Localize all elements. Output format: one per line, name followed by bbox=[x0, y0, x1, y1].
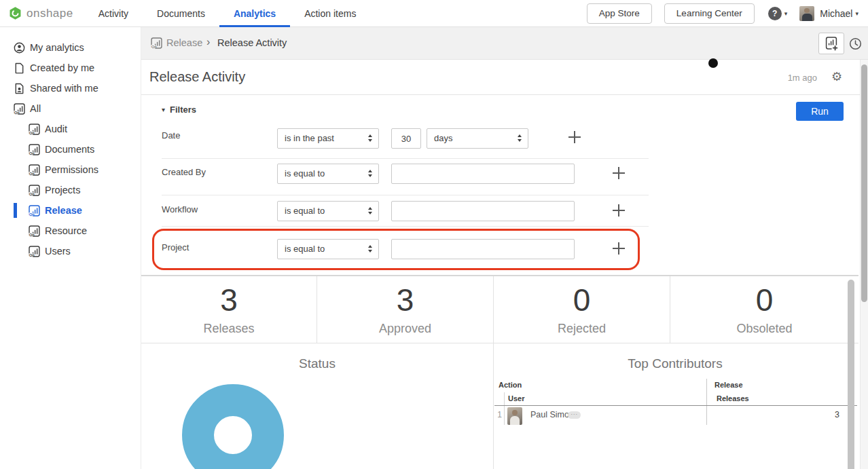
topbar-right-group: App Store Learning Center ? ▾ Michael ▾ bbox=[575, 3, 858, 24]
column-header-releases[interactable]: Releases bbox=[717, 394, 749, 402]
history-clock-icon[interactable] bbox=[849, 37, 862, 50]
chart-plus-icon bbox=[825, 37, 839, 51]
sidebar-item-resource[interactable]: Resource bbox=[0, 221, 141, 241]
column-group-action: Action bbox=[499, 381, 522, 389]
analytics-sidebar: My analytics Created by me Shared with m… bbox=[0, 27, 141, 469]
analytics-chart-icon bbox=[29, 124, 40, 135]
chevron-right-icon: › bbox=[206, 36, 210, 48]
divider bbox=[162, 158, 649, 159]
sidebar-item-documents[interactable]: Documents bbox=[0, 139, 141, 160]
nav-action-items[interactable]: Action items bbox=[290, 0, 370, 27]
contributors-panel-title: Top Contributors bbox=[493, 356, 857, 371]
person-circle-icon bbox=[14, 42, 25, 54]
summary-stats-row: 3 Releases 3 Approved 0 Rejected 0 Obsol… bbox=[141, 276, 858, 343]
onshape-analytics-app: onshape Activity Documents Analytics Act… bbox=[0, 0, 868, 469]
divider bbox=[494, 405, 857, 406]
learning-center-button[interactable]: Learning Center bbox=[664, 3, 755, 24]
sidebar-item-shared-with-me[interactable]: Shared with me bbox=[0, 78, 141, 98]
nav-documents[interactable]: Documents bbox=[143, 0, 219, 27]
add-created-by-filter-button[interactable] bbox=[612, 166, 626, 180]
new-report-button[interactable] bbox=[818, 33, 844, 54]
divider bbox=[162, 195, 649, 195]
divider bbox=[162, 226, 649, 227]
outer-scrollbar-thumb[interactable] bbox=[861, 64, 867, 302]
nav-analytics[interactable]: Analytics bbox=[219, 0, 290, 27]
project-operator-select[interactable]: is equal to bbox=[277, 239, 379, 259]
onshape-logo-icon bbox=[8, 6, 22, 20]
caret-down-icon: ▾ bbox=[162, 106, 165, 113]
filters-collapse-header[interactable]: ▾ Filters bbox=[162, 105, 196, 115]
analytics-chart-icon bbox=[29, 246, 40, 257]
chevron-down-icon: ▾ bbox=[784, 10, 788, 17]
divider bbox=[504, 392, 505, 425]
more-icon[interactable]: ··· bbox=[568, 411, 581, 419]
stat-rejected: 0 Rejected bbox=[493, 276, 670, 343]
select-arrows-icon bbox=[368, 245, 372, 252]
main-content: Release › Release Activity Release Activ… bbox=[141, 27, 868, 469]
shared-document-icon bbox=[14, 83, 25, 94]
add-workflow-filter-button[interactable] bbox=[612, 204, 626, 217]
filter-label-created-by: Created By bbox=[162, 167, 206, 177]
project-value-input[interactable] bbox=[391, 239, 575, 259]
stat-obsoleted: 0 Obsoleted bbox=[670, 276, 858, 343]
divider bbox=[141, 343, 858, 343]
top-navigation-bar: onshape Activity Documents Analytics Act… bbox=[0, 0, 868, 27]
onshape-logo[interactable]: onshape bbox=[8, 6, 73, 20]
column-group-release: Release bbox=[715, 381, 743, 389]
sidebar-item-release[interactable]: Release bbox=[0, 200, 141, 221]
gear-icon[interactable]: ⚙ bbox=[831, 69, 842, 84]
sidebar-item-projects[interactable]: Projects bbox=[0, 180, 141, 200]
row-index: 1 bbox=[494, 410, 502, 419]
user-name: Michael bbox=[820, 8, 852, 19]
created-by-operator-select[interactable]: is equal to bbox=[277, 164, 379, 184]
divider bbox=[706, 379, 707, 425]
column-header-user[interactable]: User bbox=[508, 394, 524, 402]
cursor-dot bbox=[708, 58, 718, 68]
nav-activity[interactable]: Activity bbox=[84, 0, 143, 27]
last-run-timestamp: 1m ago bbox=[782, 73, 817, 83]
user-menu[interactable]: Michael ▾ bbox=[799, 6, 858, 21]
analytics-chart-icon bbox=[151, 37, 162, 49]
select-arrows-icon bbox=[368, 134, 372, 142]
contributor-releases-count: 3 bbox=[780, 410, 839, 419]
select-arrows-icon bbox=[368, 207, 372, 214]
sidebar-item-my-analytics[interactable]: My analytics bbox=[0, 37, 141, 58]
add-date-filter-button[interactable] bbox=[568, 130, 581, 144]
stat-approved: 3 Approved bbox=[317, 276, 493, 343]
document-icon bbox=[14, 62, 25, 74]
analytics-chart-icon bbox=[29, 185, 40, 196]
analytics-chart-icon bbox=[29, 225, 40, 237]
primary-nav: Activity Documents Analytics Action item… bbox=[84, 0, 371, 27]
created-by-value-input[interactable] bbox=[391, 164, 575, 184]
date-operator-select[interactable]: is in the past bbox=[277, 128, 379, 149]
date-unit-select[interactable]: days bbox=[427, 128, 528, 149]
breadcrumb-release[interactable]: Release bbox=[166, 37, 202, 48]
sidebar-item-audit[interactable]: Audit bbox=[0, 119, 141, 139]
workflow-value-input[interactable] bbox=[391, 201, 575, 221]
inner-scrollbar-thumb[interactable] bbox=[848, 280, 854, 469]
filter-label-workflow: Workflow bbox=[162, 204, 198, 214]
sidebar-item-users[interactable]: Users bbox=[0, 241, 141, 261]
status-panel-title: Status bbox=[141, 356, 493, 371]
filter-label-date: Date bbox=[162, 130, 180, 140]
analytics-chart-icon bbox=[29, 144, 40, 155]
analytics-chart-icon bbox=[29, 205, 40, 217]
add-project-filter-button[interactable] bbox=[612, 242, 626, 255]
app-store-button[interactable]: App Store bbox=[587, 3, 652, 24]
sidebar-item-all[interactable]: All bbox=[0, 98, 141, 119]
active-item-indicator bbox=[14, 203, 17, 218]
help-menu[interactable]: ? ▾ bbox=[768, 7, 788, 20]
status-donut-chart bbox=[182, 384, 284, 469]
run-button[interactable]: Run bbox=[796, 102, 844, 121]
user-avatar bbox=[799, 6, 814, 21]
stat-releases: 3 Releases bbox=[141, 276, 317, 343]
select-arrows-icon bbox=[518, 134, 522, 142]
date-value-input[interactable] bbox=[391, 128, 421, 149]
onshape-logo-text: onshape bbox=[26, 7, 73, 20]
chevron-down-icon: ▾ bbox=[855, 10, 858, 17]
sidebar-item-created-by-me[interactable]: Created by me bbox=[0, 58, 141, 78]
help-icon: ? bbox=[768, 7, 782, 20]
sidebar-item-permissions[interactable]: Permissions bbox=[0, 160, 141, 180]
workflow-operator-select[interactable]: is equal to bbox=[277, 201, 379, 221]
page-title: Release Activity bbox=[149, 69, 245, 85]
